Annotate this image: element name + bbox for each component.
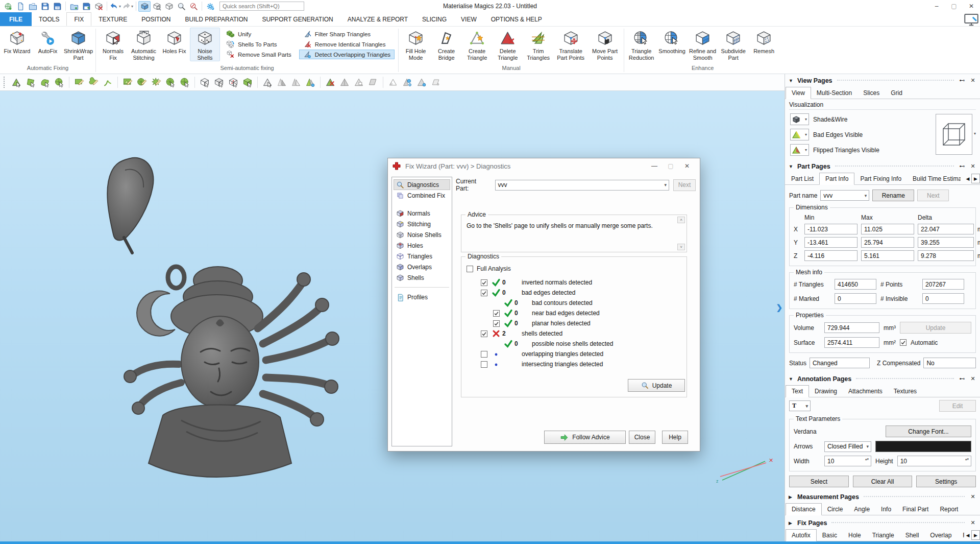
close-icon[interactable]: ✕ [969, 163, 976, 170]
visualization-toggle-flipped-triangles-visible[interactable]: ▾ [790, 144, 809, 156]
chevron-down-icon[interactable]: ▾ [805, 148, 807, 152]
y-min-field[interactable]: -13.461 [804, 237, 857, 248]
tab-report[interactable]: Report [934, 504, 964, 515]
menu-tab-tools[interactable]: TOOLS [32, 12, 66, 26]
tab-textures[interactable]: Textures [888, 386, 922, 397]
collapse-arrow-icon[interactable]: ▼ [789, 376, 794, 382]
current-part-select[interactable]: vvv [495, 180, 669, 191]
tab-autofix[interactable]: Autofix [786, 529, 817, 541]
arrows-style-select[interactable]: Closed Filled [824, 441, 871, 452]
fix-page-item-stitching[interactable]: Stitching [394, 219, 450, 229]
ribbon-button-trim-triangles[interactable]: Trim Triangles [523, 28, 553, 61]
diagnostic-checkbox[interactable] [481, 361, 487, 368]
close-icon[interactable]: ✕ [969, 375, 976, 382]
menu-tab-file[interactable]: FILE [0, 12, 32, 26]
tab-scroll-left-icon[interactable]: ◀ [964, 174, 971, 183]
select-through-cube-icon[interactable] [198, 76, 211, 89]
collapse-arrow-icon[interactable]: ▼ [789, 164, 794, 169]
view-pages-header[interactable]: ▼ View Pages ⊷ ✕ [785, 75, 980, 86]
triangle-plane-icon[interactable] [366, 76, 380, 89]
tab-distance[interactable]: Distance [786, 503, 822, 515]
edit-annotation-button[interactable]: Edit [939, 400, 976, 412]
visualization-toggle-bad-edges-visible[interactable]: ▾ [790, 129, 809, 140]
ribbon-button-fill-hole-mode[interactable]: Fill Hole Mode [401, 28, 431, 61]
ribbon-button-triangle-reduction[interactable]: Triangle Reduction [626, 28, 656, 61]
select-box-icon[interactable] [241, 76, 254, 89]
ribbon-button-shrinkwrap-part[interactable]: ShrinkWrap Part [63, 28, 93, 61]
triangle-delete-icon[interactable] [324, 76, 337, 89]
diagnostic-checkbox[interactable] [481, 351, 487, 358]
triangle-fix-icon[interactable] [304, 76, 317, 89]
close-icon[interactable]: ✕ [969, 493, 976, 500]
pin-icon[interactable]: ⊷ [959, 77, 966, 84]
menu-tab-fix[interactable]: FIX [66, 12, 91, 26]
menu-tab-options-help[interactable]: OPTIONS & HELP [484, 12, 549, 26]
select-surface-icon[interactable] [38, 76, 52, 89]
next-button[interactable]: Next [673, 179, 696, 191]
capture-screen-icon[interactable] [963, 12, 980, 26]
fix-page-item-triangles[interactable]: Triangles [394, 251, 450, 262]
ribbon-button-autofix[interactable]: AutoFix [33, 28, 63, 61]
ribbon-button-normals-fix[interactable]: Normals Fix [98, 28, 128, 61]
arrow-color-swatch[interactable] [875, 441, 971, 452]
fix-page-item-overlaps[interactable]: Overlaps [394, 262, 450, 272]
help-button[interactable]: Help [662, 431, 688, 444]
z-delta-field[interactable]: 9.278 [918, 250, 974, 261]
visualization-toggle-shade-wire[interactable]: ▾ [790, 113, 809, 125]
rename-button[interactable]: Rename [872, 190, 914, 201]
menu-tab-position[interactable]: POSITION [134, 12, 178, 26]
ribbon-button-filter-sharp-triangles[interactable]: Filter Sharp Triangles [299, 29, 395, 39]
open-folder-icon[interactable] [27, 1, 39, 12]
fix-page-item-combined-fix[interactable]: Combined Fix [394, 190, 450, 201]
save-as-icon[interactable] [51, 1, 63, 12]
export-part-icon[interactable] [80, 1, 92, 12]
redo-icon[interactable]: ▾ [121, 1, 134, 12]
select-marked-cube-icon[interactable] [227, 76, 240, 89]
tab-text[interactable]: Text [786, 385, 809, 397]
volume-field[interactable]: 729.944 [824, 322, 879, 333]
ribbon-button-noise-shells[interactable]: Noise Shells [190, 28, 220, 61]
tab-overlap[interactable]: Overlap [924, 530, 957, 541]
mark-freeform-icon[interactable] [87, 76, 100, 89]
tab-view[interactable]: View [786, 87, 811, 99]
minimize-icon[interactable]: — [646, 160, 663, 172]
part-name-select[interactable]: vvv [820, 190, 869, 201]
triangle-cursor-icon[interactable] [261, 76, 274, 89]
pin-icon[interactable]: ⊷ [959, 375, 966, 382]
z-min-field[interactable]: -4.116 [804, 250, 857, 261]
tab-triangle[interactable]: Triangle [867, 530, 900, 541]
remove-part-icon[interactable] [92, 1, 105, 12]
x-min-field[interactable]: -11.023 [804, 224, 857, 234]
collapse-arrow-icon[interactable]: ▶ [789, 521, 794, 526]
ribbon-button-detect-overlapping-triangles[interactable]: Detect Overlapping Triangles [299, 50, 395, 59]
tab-hole[interactable]: Hole [843, 530, 867, 541]
tab-shell[interactable]: Shell [900, 530, 925, 541]
triangle-drop-icon[interactable] [401, 76, 414, 89]
tab-angle[interactable]: Angle [848, 504, 875, 515]
tab-scroll-right-icon[interactable]: ▶ [971, 174, 980, 183]
diagnostic-checkbox[interactable] [493, 320, 500, 327]
menu-tab-view[interactable]: VIEW [454, 12, 484, 26]
view-preset-cube[interactable] [936, 114, 972, 155]
close-icon[interactable]: ✕ [969, 519, 976, 526]
ribbon-button-refine-and-smooth[interactable]: Refine and Smooth [688, 28, 718, 61]
diagnostic-checkbox[interactable] [481, 290, 487, 296]
ribbon-button-fix-wizard[interactable]: Fix Wizard [2, 28, 32, 61]
menu-tab-texture[interactable]: TEXTURE [91, 12, 134, 26]
chevron-down-icon[interactable]: ▾ [131, 4, 133, 9]
mark-curve-icon[interactable] [101, 76, 114, 89]
mark-star-icon[interactable] [150, 76, 163, 89]
scroll-up-icon[interactable]: ˄ [677, 217, 685, 223]
zoom-to-part-icon[interactable] [151, 1, 163, 12]
fix-page-item-profiles[interactable]: Profiles [394, 292, 450, 302]
clear-all-button[interactable]: Clear All [853, 476, 913, 487]
tab-part-fixing-info[interactable]: Part Fixing Info [854, 173, 907, 184]
undo-icon[interactable]: ▾ [109, 1, 121, 12]
text-style-select[interactable]: T [789, 400, 811, 411]
follow-advice-button[interactable]: Follow Advice [544, 431, 626, 444]
fix-page-item-holes[interactable]: Holes [394, 240, 450, 251]
ribbon-button-unify[interactable]: Unify [222, 29, 296, 39]
panel-collapse-chevron-icon[interactable]: ❯ [776, 303, 782, 312]
z-max-field[interactable]: 5.161 [861, 250, 914, 261]
z-compensated-field[interactable]: No [923, 358, 976, 368]
